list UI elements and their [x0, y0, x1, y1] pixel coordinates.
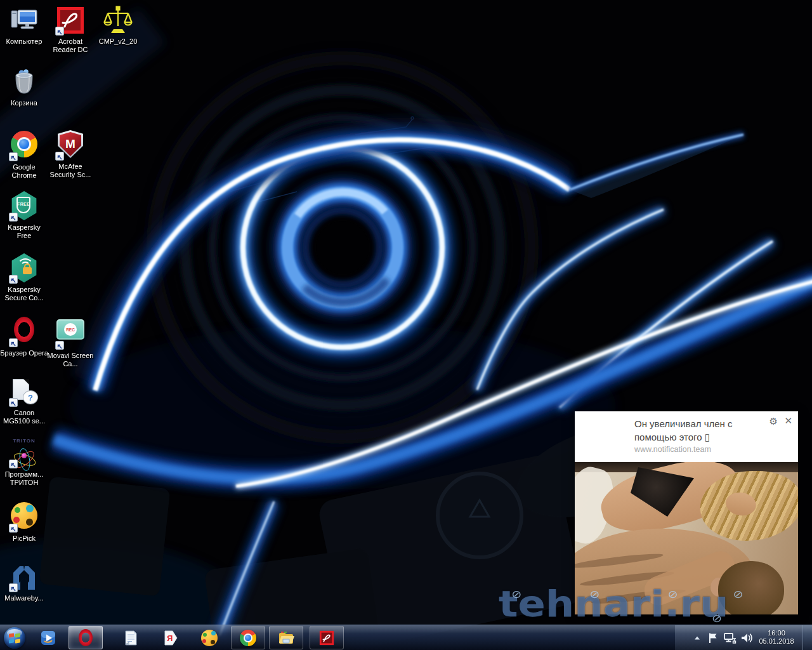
- icon-label: Kaspersky Free: [0, 223, 48, 240]
- opera-icon: [79, 629, 93, 646]
- desktop-icon-acrobat[interactable]: Acrobat Reader DC: [46, 5, 95, 54]
- desktop-icon-computer[interactable]: Компьютер: [0, 5, 48, 46]
- kaspersky-lock-icon: [9, 253, 39, 284]
- desktop-icon-malwarebytes[interactable]: Malwareby...: [0, 562, 48, 602]
- chevron-up-icon: [694, 635, 700, 640]
- icon-label: Корзина: [0, 99, 48, 107]
- desktop-icon-kaspersky-secure[interactable]: Kaspersky Secure Co...: [0, 253, 48, 302]
- slash-icon: ⊘: [733, 588, 743, 600]
- malwarebytes-m-icon: [9, 562, 39, 592]
- taskbar-item-media-player[interactable]: [36, 626, 61, 649]
- flag-icon: [707, 632, 719, 644]
- icon-label: Программ... ТРИТОН: [0, 470, 48, 487]
- acrobat-reader-icon: [55, 5, 86, 36]
- explorer-folder-icon: [277, 629, 295, 647]
- movavi-rec-icon: REC: [55, 319, 86, 350]
- desktop-icon-triton[interactable]: TRITON Программ... ТРИТОН: [0, 438, 48, 487]
- desktop-icon-movavi[interactable]: REC Movavi Screen Ca...: [46, 314, 95, 368]
- yandex-browser-icon: Я: [161, 629, 179, 647]
- gear-icon[interactable]: ⚙: [769, 416, 778, 427]
- scales-balance-icon: [103, 5, 133, 36]
- desktop-icon-google-chrome[interactable]: Google Chrome: [0, 129, 48, 180]
- desktop-icon-kaspersky-free[interactable]: FREE Kaspersky Free: [0, 190, 48, 240]
- chrome-icon: [9, 131, 39, 161]
- notification-title-line2: помощью этого ▯: [634, 432, 710, 442]
- network-icon: [723, 632, 737, 644]
- icon-label: Acrobat Reader DC: [46, 37, 95, 54]
- shortcut-arrow-icon: [55, 341, 64, 350]
- tehnari-watermark: tehnari.ru ⊘ ⊘ ⊘ ⊘ ⊘: [499, 583, 728, 625]
- picpick-palette-icon: [9, 502, 39, 533]
- icon-label: Kaspersky Secure Co...: [0, 286, 48, 302]
- icon-label: Movavi Screen Ca...: [46, 352, 95, 368]
- desktop-icon-opera[interactable]: Браузер Opera: [0, 314, 48, 357]
- start-button[interactable]: [1, 626, 28, 649]
- taskbar-item-chrome[interactable]: [231, 626, 265, 649]
- slash-icon: ⊘: [589, 588, 599, 600]
- shortcut-arrow-icon: [9, 338, 18, 347]
- taskbar-item-yandex[interactable]: Я: [157, 626, 183, 649]
- picpick-palette-icon: [201, 630, 218, 646]
- taskbar-item-opera[interactable]: [69, 626, 103, 649]
- taskbar-clock[interactable]: 16:00 05.01.2018: [756, 625, 797, 650]
- triton-atom-icon: TRITON: [9, 438, 39, 468]
- computer-monitor-icon: [9, 5, 39, 36]
- shortcut-arrow-icon: [55, 152, 64, 161]
- icon-label: Malwareby...: [0, 594, 48, 602]
- desktop-icon-recycle-bin[interactable]: Корзина: [0, 67, 48, 107]
- watermark-text: tehnari.ru: [499, 583, 728, 625]
- acrobat-reader-icon: [318, 630, 335, 646]
- icon-label: Google Chrome: [0, 163, 48, 180]
- shortcut-arrow-icon: [9, 213, 18, 222]
- desktop-icon-canon[interactable]: ? Canon MG5100 se...: [0, 376, 48, 425]
- close-icon[interactable]: ✕: [784, 415, 792, 427]
- taskbar: Я: [0, 625, 812, 650]
- desktop-icon-mcafee[interactable]: M McAfee Security Sc...: [46, 129, 95, 179]
- mcafee-shield-icon: M: [55, 130, 86, 161]
- desktop: Компьютер Acrobat Reader DC: [0, 0, 812, 650]
- icon-label: Браузер Opera: [0, 349, 48, 357]
- action-center-button[interactable]: [705, 625, 721, 650]
- chrome-icon: [240, 630, 256, 646]
- kaspersky-hexagon-icon: FREE: [9, 191, 39, 222]
- show-hidden-icons-button[interactable]: [691, 625, 703, 650]
- opera-icon: [9, 317, 39, 347]
- speaker-icon: [740, 632, 753, 644]
- shortcut-arrow-icon: [9, 275, 18, 284]
- slash-icon: ⊘: [712, 612, 722, 625]
- clock-date: 05.01.2018: [756, 637, 797, 646]
- taskbar-item-notepad[interactable]: [118, 626, 143, 649]
- notification-url: www.notification.team: [634, 445, 711, 454]
- icon-label: Canon MG5100 se...: [0, 409, 48, 425]
- shortcut-arrow-icon: [55, 27, 64, 36]
- taskbar-item-explorer[interactable]: [269, 626, 303, 649]
- shortcut-arrow-icon: [9, 460, 18, 468]
- windows-logo-icon: [4, 627, 25, 649]
- icon-label: CMP_v2_20: [94, 37, 142, 46]
- volume-button[interactable]: [738, 625, 755, 650]
- notepad-icon: [122, 629, 140, 647]
- clock-time: 16:00: [756, 629, 797, 637]
- icon-label: Компьютер: [0, 37, 48, 46]
- shortcut-arrow-icon: [9, 152, 18, 161]
- icon-label: PicPick: [0, 534, 48, 543]
- shortcut-arrow-icon: [9, 398, 18, 407]
- notification-title-line1: Он увеличивал член с: [634, 418, 733, 429]
- shortcut-arrow-icon: [9, 583, 18, 592]
- notification-header: Он увеличивал член с помощью этого ▯ www…: [575, 411, 798, 462]
- network-button[interactable]: [722, 625, 738, 650]
- desktop-icon-picpick[interactable]: PicPick: [0, 500, 48, 543]
- svg-text:Я: Я: [167, 633, 173, 643]
- media-player-icon: [39, 629, 57, 647]
- taskbar-item-picpick[interactable]: [197, 626, 222, 649]
- taskbar-item-acrobat[interactable]: [310, 626, 344, 649]
- recycle-bin-icon: [9, 67, 39, 97]
- shortcut-arrow-icon: [9, 524, 18, 533]
- icon-label: McAfee Security Sc...: [46, 162, 95, 179]
- notification-title: Он увеличивал член с помощью этого ▯: [634, 417, 733, 444]
- slash-icon: ⊘: [511, 588, 521, 600]
- desktop-icon-cmp[interactable]: CMP_v2_20: [94, 5, 142, 46]
- slash-icon: ⊘: [668, 588, 678, 600]
- canon-help-icon: ?: [9, 376, 39, 407]
- show-desktop-button[interactable]: [802, 625, 812, 650]
